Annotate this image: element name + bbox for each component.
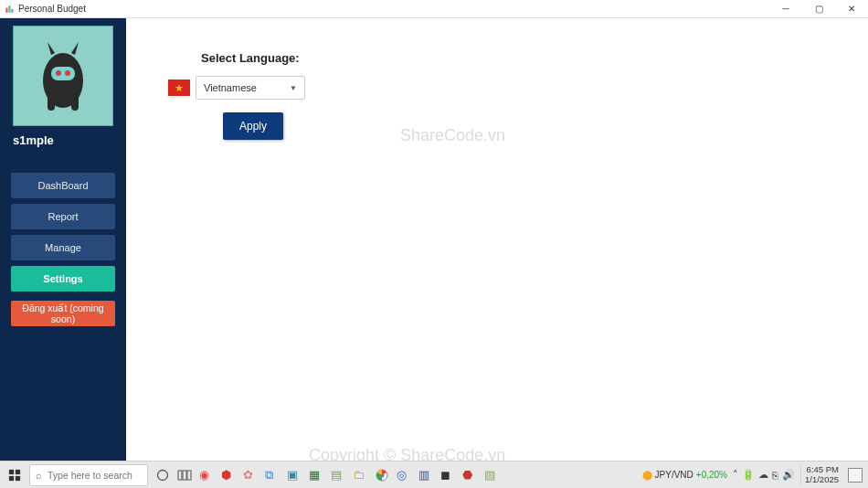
notification-center-icon[interactable] xyxy=(848,468,863,483)
taskbar-apps: ◉ ⬢ ✿ ⧉ ▣ ▦ ▤ 🗀 ◎ ▥ ◼ ⬣ ▧ xyxy=(174,461,503,489)
app-body: s1mple DashBoard Report Manage Settings … xyxy=(0,18,868,461)
zalo-icon[interactable]: ◎ xyxy=(393,461,415,489)
taskview-icon[interactable] xyxy=(174,461,196,489)
app-icon-3[interactable]: ✿ xyxy=(239,461,261,489)
sidebar-item-manage[interactable]: Manage xyxy=(11,235,115,260)
chrome-icon[interactable] xyxy=(371,461,393,489)
sidebar-item-dashboard[interactable]: DashBoard xyxy=(11,173,115,198)
language-dropdown-value: Vietnamese xyxy=(204,82,257,93)
language-dropdown[interactable]: Vietnamese ▼ xyxy=(196,76,305,100)
svg-rect-15 xyxy=(178,471,182,480)
search-placeholder: Type here to search xyxy=(48,470,132,481)
vscode-icon[interactable]: ⧉ xyxy=(261,461,283,489)
main-content: Select Language: ★ Vietnamese ▼ Apply Sh… xyxy=(126,18,868,461)
clock-date: 1/1/2025 xyxy=(805,475,839,484)
svg-rect-17 xyxy=(187,471,191,480)
sidebar-item-logout[interactable]: Đăng xuất (coming soon) xyxy=(11,301,115,326)
tray-volume-icon[interactable]: 🔊 xyxy=(782,469,795,481)
sidebar-item-report[interactable]: Report xyxy=(11,204,115,229)
svg-rect-12 xyxy=(9,475,14,480)
taskbar: ⌕ Type here to search ◉ ⬢ ✿ ⧉ ▣ ▦ ▤ 🗀 ◎ … xyxy=(0,461,868,488)
app-icon-2[interactable]: ⬢ xyxy=(217,461,239,489)
app-icon-8[interactable]: ▧ xyxy=(481,461,503,489)
sidebar: s1mple DashBoard Report Manage Settings … xyxy=(0,18,126,461)
svg-rect-13 xyxy=(16,475,20,480)
start-button[interactable] xyxy=(0,461,29,489)
word-icon[interactable]: ▥ xyxy=(415,461,437,489)
tray-cloud-icon[interactable]: ☁ xyxy=(758,469,768,481)
apply-button[interactable]: Apply xyxy=(223,112,283,140)
window-titlebar: Personal Budget ─ ▢ ✕ xyxy=(0,0,868,18)
svg-point-8 xyxy=(56,70,61,76)
chevron-down-icon: ▼ xyxy=(290,84,297,92)
fx-change: +0,20% xyxy=(696,470,727,480)
sidebar-item-settings[interactable]: Settings xyxy=(11,266,115,292)
app-icon-1[interactable]: ◉ xyxy=(196,461,217,489)
svg-rect-3 xyxy=(11,9,13,13)
flag-star-icon: ★ xyxy=(175,83,184,93)
minimize-button[interactable]: ─ xyxy=(769,0,802,18)
svg-rect-1 xyxy=(5,7,7,12)
fx-widget[interactable]: ⬤ JPY/VND +0,20% xyxy=(642,470,727,480)
avatar xyxy=(13,26,113,126)
app-icon xyxy=(4,4,15,15)
app-icon-7[interactable]: ⬣ xyxy=(459,461,481,489)
system-tray: ⬤ JPY/VND +0,20% ˄ 🔋 ☁ ⎘ 🔊 6:45 PM 1/1/2… xyxy=(642,461,868,489)
windows-logo-icon xyxy=(8,469,21,482)
taskbar-search[interactable]: ⌕ Type here to search xyxy=(29,464,148,486)
window-title: Personal Budget xyxy=(18,4,86,14)
svg-point-14 xyxy=(158,470,168,480)
watermark-center: ShareCode.vn xyxy=(400,126,505,145)
tray-chevron-up-icon[interactable]: ˄ xyxy=(733,469,738,481)
svg-rect-7 xyxy=(51,67,75,80)
sidebar-nav: DashBoard Report Manage Settings Đăng xu… xyxy=(0,173,126,326)
app-icon-4[interactable]: ▣ xyxy=(283,461,305,489)
titlebar-left: Personal Budget xyxy=(0,4,86,15)
username: s1mple xyxy=(0,133,54,147)
select-language-label: Select Language: xyxy=(201,51,868,65)
excel-icon[interactable]: ▦ xyxy=(305,461,327,489)
taskbar-clock[interactable]: 6:45 PM 1/1/2025 xyxy=(800,465,842,484)
svg-rect-10 xyxy=(9,469,14,473)
svg-rect-6 xyxy=(71,85,79,111)
svg-point-9 xyxy=(65,70,70,76)
clock-time: 6:45 PM xyxy=(805,465,839,474)
tray-battery-icon[interactable]: 🔋 xyxy=(742,469,755,481)
tray-icons: ˄ 🔋 ☁ ⎘ 🔊 xyxy=(733,469,795,481)
language-row: ★ Vietnamese ▼ xyxy=(168,76,868,100)
close-button[interactable]: ✕ xyxy=(835,0,868,18)
search-icon: ⌕ xyxy=(36,470,42,481)
vietnam-flag-icon: ★ xyxy=(168,80,190,96)
app-icon-6[interactable]: ◼ xyxy=(437,461,459,489)
svg-rect-2 xyxy=(8,5,10,13)
explorer-icon[interactable]: 🗀 xyxy=(349,461,371,489)
app-icon-5[interactable]: ▤ xyxy=(327,461,349,489)
fx-pair: JPY/VND xyxy=(655,470,693,480)
svg-rect-11 xyxy=(16,469,20,473)
svg-rect-16 xyxy=(183,471,186,480)
svg-rect-5 xyxy=(48,85,55,111)
cortana-button[interactable] xyxy=(152,461,174,489)
maximize-button[interactable]: ▢ xyxy=(802,0,835,18)
window-controls: ─ ▢ ✕ xyxy=(769,0,868,18)
tray-wifi-icon[interactable]: ⎘ xyxy=(772,470,778,481)
